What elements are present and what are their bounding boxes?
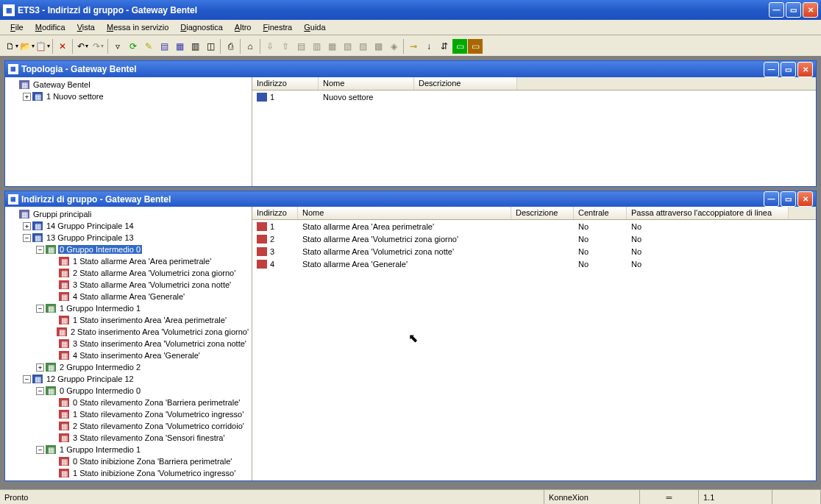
group-addresses-titlebar[interactable]: ▦ Indirizzi di gruppo - Gateway Bentel —… [5, 191, 816, 207]
menu-modifica[interactable]: Modifica [31, 21, 70, 33]
column-header[interactable]: Passa attraverso l'accoppiatore di linea [627, 207, 789, 219]
topology-close-button[interactable]: ✕ [797, 62, 813, 77]
prog6-button[interactable]: ▩ [371, 39, 385, 54]
tree-item[interactable]: −▦12 Gruppo Principale 12 [7, 373, 250, 385]
tree-item[interactable]: ▦1 Stato inserimento Area 'Area perimetr… [7, 314, 250, 326]
tree-item[interactable]: −▦13 Gruppo Principale 13 [7, 232, 250, 244]
tree-item[interactable]: ▦3 Stato allarme Area 'Volumetrici zona … [7, 279, 250, 291]
prog3-button[interactable]: ▦ [324, 39, 339, 54]
tree-item[interactable]: ▦0 Stato rilevamento Zona 'Barriera peri… [7, 397, 250, 408]
minimize-button[interactable]: — [769, 2, 784, 18]
column-header[interactable]: Descrizione [511, 207, 574, 219]
column-header[interactable]: Nome [319, 77, 414, 90]
group-maximize-button[interactable]: ▭ [781, 191, 796, 207]
menu-finestra[interactable]: Finestra [258, 21, 296, 33]
list-row[interactable]: 3Stato allarme Area 'Volumetrici zona no… [252, 245, 816, 258]
topology-maximize-button[interactable]: ▭ [781, 62, 796, 77]
delete-button[interactable] [55, 39, 70, 54]
expand-icon[interactable]: + [36, 363, 44, 372]
menu-diagnostica[interactable]: Diagnostica [176, 21, 227, 33]
topology-minimize-button[interactable]: — [764, 62, 779, 77]
prog4-button[interactable]: ▧ [340, 39, 355, 54]
group-minimize-button[interactable]: — [764, 191, 779, 207]
close-button[interactable]: ✕ [803, 2, 818, 18]
prog5-button[interactable]: ▨ [355, 39, 370, 54]
tree-item[interactable]: +▦2 Gruppo Intermedio 2 [7, 361, 250, 373]
topology-titlebar[interactable]: ▦ Topologia - Gateway Bentel — ▭ ✕ [5, 61, 816, 77]
column-header[interactable]: Indirizzo [252, 77, 319, 90]
collapse-icon[interactable]: − [36, 305, 44, 313]
new-button[interactable]: ▾ [4, 39, 19, 54]
collapse-icon[interactable]: − [23, 234, 31, 242]
tree-item[interactable]: +▦14 Gruppo Principale 14 [7, 220, 250, 232]
down-arrow-button[interactable]: ↓ [422, 39, 436, 54]
view-grid-button[interactable]: ▦ [172, 39, 187, 54]
tree-item[interactable]: ▦2 Stato allarme Area 'Volumetrici zona … [7, 267, 250, 279]
monitor2-button[interactable]: ▭ [468, 39, 483, 54]
tree-item[interactable]: ▦2 Stato rilevamento Zona 'Volumetrico c… [7, 420, 250, 432]
collapse-icon[interactable]: − [36, 246, 44, 254]
print-button[interactable] [223, 39, 238, 54]
topology-tree[interactable]: ▦Gateway Bentel+▦1 Nuovo settore [5, 77, 252, 186]
tree-item[interactable]: ▦1 Stato inibizione Zona 'Volumetrico in… [7, 467, 250, 479]
no-expand-icon [49, 399, 57, 407]
tree-item[interactable]: ▦Gruppi principali [7, 208, 250, 220]
menu-guida[interactable]: Guida [299, 21, 330, 33]
redo-button[interactable]: ▾ [90, 39, 105, 54]
tree-item[interactable]: +▦1 Nuovo settore [7, 90, 250, 102]
tree-item[interactable]: −▦0 Gruppo Intermedio 0 [7, 385, 250, 397]
expand-icon[interactable]: + [23, 222, 31, 230]
expand-icon[interactable]: + [23, 93, 31, 101]
refresh-button[interactable]: ⟳ [126, 39, 141, 54]
column-header[interactable]: Indirizzo [252, 207, 298, 219]
list-row[interactable]: 1Stato allarme Area 'Area perimetrale'No… [252, 220, 816, 233]
column-header[interactable]: Centrale [574, 207, 627, 219]
tree-button[interactable]: ⇵ [437, 39, 452, 54]
filter-button[interactable] [110, 39, 125, 54]
list-row[interactable]: 2Stato allarme Area 'Volumetrici zona gi… [252, 233, 816, 245]
prog2-button[interactable]: ▥ [309, 39, 324, 54]
prog-button[interactable]: ▤ [294, 39, 308, 54]
tree-item[interactable]: ▦3 Stato inserimento Area 'Volumetrici z… [7, 338, 250, 349]
tree-item[interactable]: ▦4 Stato inserimento Area 'Generale' [7, 349, 250, 361]
tree-item[interactable]: ▦Gateway Bentel [7, 79, 250, 90]
menu-altro[interactable]: Altro [230, 21, 256, 33]
upload-button[interactable]: ⇧ [278, 39, 293, 54]
column-header[interactable]: Descrizione [414, 77, 517, 90]
download-button[interactable]: ⇩ [263, 39, 277, 54]
tree-item[interactable]: −▦1 Gruppo Intermedio 1 [7, 302, 250, 314]
menu-vista[interactable]: Vista [73, 21, 99, 33]
tree-item[interactable]: ▦2 Stato inserimento Area 'Volumetrici z… [7, 326, 250, 338]
tree-item[interactable]: ▦1 Stato rilevamento Zona 'Volumetrico i… [7, 408, 250, 420]
copy-button[interactable]: 📋▾ [35, 39, 50, 54]
monitor-button[interactable]: ▭ [452, 39, 467, 54]
group-list[interactable]: IndirizzoNomeDescrizioneCentralePassa at… [252, 207, 816, 480]
tree-item[interactable]: ▦0 Stato inibizione Zona 'Barriera perim… [7, 455, 250, 467]
tree-item[interactable]: ▦1 Stato allarme Area 'Area perimetrale' [7, 255, 250, 267]
tree-item[interactable]: −▦1 Gruppo Intermedio 1 [7, 444, 250, 455]
group-tree[interactable]: ▦Gruppi principali+▦14 Gruppo Principale… [5, 207, 252, 480]
list-row[interactable]: 4Stato allarme Area 'Generale'NoNo [252, 258, 816, 270]
collapse-icon[interactable]: − [36, 446, 44, 454]
list-row[interactable]: 1Nuovo settore [252, 90, 816, 103]
tree-item[interactable]: −▦0 Gruppo Intermedio 0 [7, 244, 250, 255]
group-close-button[interactable]: ✕ [797, 191, 813, 207]
undo-button[interactable]: ▾ [75, 39, 90, 54]
topology-list[interactable]: IndirizzoNomeDescrizione 1Nuovo settore [252, 77, 816, 186]
bus-button[interactable]: ⊸ [406, 39, 421, 54]
menu-file[interactable]: File [6, 21, 28, 33]
highlight-button[interactable]: ✎ [141, 39, 156, 54]
view-split-button[interactable]: ◫ [203, 39, 218, 54]
column-header[interactable]: Nome [298, 207, 511, 219]
view-list-button[interactable]: ▤ [157, 39, 171, 54]
prog7-button[interactable]: ◈ [386, 39, 401, 54]
open-button[interactable]: ▾ [20, 39, 35, 54]
tree-item[interactable]: ▦3 Stato rilevamento Zona 'Sensori fines… [7, 432, 250, 444]
maximize-button[interactable]: ▭ [786, 2, 801, 18]
view-detail-button[interactable]: ▥ [188, 39, 202, 54]
collapse-icon[interactable]: − [36, 387, 44, 395]
home-button[interactable] [243, 39, 257, 54]
tree-item[interactable]: ▦4 Stato allarme Area 'Generale' [7, 291, 250, 302]
collapse-icon[interactable]: − [23, 375, 31, 383]
menu-messa-in-servizio[interactable]: Messa in servizio [102, 21, 173, 33]
